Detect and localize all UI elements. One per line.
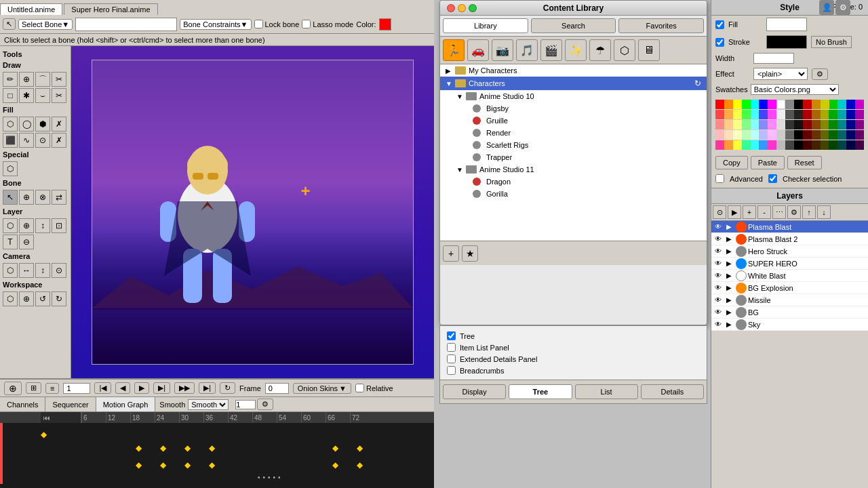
camera-tool-4[interactable]: ⊙: [52, 263, 66, 278]
layer-vis-8[interactable]: 👁: [713, 307, 724, 318]
fill-tool-7[interactable]: ⊙: [35, 133, 50, 148]
c3-11[interactable]: [803, 120, 812, 129]
c3-15[interactable]: [837, 120, 846, 129]
smooth-value-input[interactable]: [235, 400, 256, 409]
keyframe-3[interactable]: ◆: [184, 443, 191, 453]
bone-tool-3[interactable]: ⊗: [35, 190, 50, 205]
reset-btn[interactable]: Reset: [787, 156, 822, 169]
keyframe-4[interactable]: ◆: [209, 443, 215, 453]
c2-13[interactable]: [821, 110, 829, 119]
maximize-btn[interactable]: [469, 4, 477, 12]
nav-favorites[interactable]: Favorites: [618, 18, 704, 33]
c2-10[interactable]: [794, 110, 803, 119]
c2-15[interactable]: [837, 110, 846, 119]
c3-13[interactable]: [821, 120, 829, 129]
umbrella-icon-btn[interactable]: ☂: [589, 39, 611, 61]
color-darkorange[interactable]: [812, 100, 821, 109]
stroke-color[interactable]: [766, 35, 807, 49]
c4-4[interactable]: [742, 130, 751, 140]
timeline-next-frame-btn[interactable]: ▶▶: [174, 382, 195, 394]
refresh-icon[interactable]: ↻: [694, 79, 701, 88]
draw-tool-1[interactable]: ✏: [3, 72, 18, 87]
bone-tool-4[interactable]: ⇄: [52, 190, 66, 205]
draw-tool-7[interactable]: ⌣: [35, 88, 50, 103]
c3-10[interactable]: [794, 120, 803, 129]
user-icon-2[interactable]: ⚙: [835, 0, 850, 15]
characters-icon-btn[interactable]: 🏃: [443, 39, 465, 61]
my-chars-arrow[interactable]: ▶: [446, 67, 452, 75]
nav-search[interactable]: Search: [531, 18, 616, 33]
c2-4[interactable]: [742, 110, 751, 119]
layer-vis-2[interactable]: 👁: [713, 234, 724, 245]
relative-checkbox[interactable]: Relative: [355, 384, 393, 392]
c4-12[interactable]: [812, 130, 821, 140]
smooth-settings-btn[interactable]: ⚙: [257, 399, 273, 410]
timeline-play-start-btn[interactable]: |◀: [94, 382, 111, 394]
c2-11[interactable]: [803, 110, 812, 119]
c3-12[interactable]: [812, 120, 821, 129]
color-gray[interactable]: [785, 100, 794, 109]
display-tab[interactable]: Display: [443, 384, 506, 399]
close-btn[interactable]: [447, 4, 455, 12]
c2-14[interactable]: [829, 110, 837, 119]
c4-1[interactable]: [715, 130, 724, 140]
c5-8[interactable]: [776, 140, 785, 150]
fill-tool-3[interactable]: ⬢: [35, 117, 50, 131]
color-orange[interactable]: [724, 100, 733, 109]
no-brush-btn[interactable]: No Brush: [811, 36, 852, 48]
color-swatch[interactable]: [379, 18, 391, 30]
c4-2[interactable]: [724, 130, 733, 140]
keyframe-r2-5[interactable]: ◆: [332, 460, 338, 470]
c3-9[interactable]: [785, 120, 794, 129]
as10-arrow[interactable]: ▼: [456, 93, 463, 100]
effect-select[interactable]: <plain>: [753, 68, 808, 80]
pointer-tool-btn[interactable]: ↖: [3, 18, 16, 30]
c4-3[interactable]: [733, 130, 742, 140]
c2-5[interactable]: [751, 110, 760, 119]
layers-tb-7[interactable]: ↑: [802, 205, 816, 219]
layers-tb-2[interactable]: ▶: [728, 205, 741, 219]
fill-tool-8[interactable]: ✗: [52, 133, 66, 148]
layer-vis-1[interactable]: 👁: [713, 222, 724, 232]
dragon-item[interactable]: Dragon: [440, 176, 707, 188]
details-tab[interactable]: Details: [641, 384, 704, 399]
render-item[interactable]: Render: [440, 127, 707, 139]
tab-motion-graph[interactable]: Motion Graph: [96, 397, 156, 411]
c2-16[interactable]: [846, 110, 855, 119]
my-characters-item[interactable]: ▶ My Characters: [440, 64, 707, 77]
extended-details-option[interactable]: Extended Details Panel: [444, 353, 703, 365]
draw-tool-2[interactable]: ⊕: [19, 72, 34, 87]
bigsby-item[interactable]: Bigsby: [440, 102, 707, 115]
characters-item[interactable]: ▼ Characters ↻: [440, 77, 707, 90]
timeline-tracks[interactable]: ◆ ◆ ◆ ◆ ◆ ◆ ◆ ◆ ◆ ◆ ◆ ◆ ◆ •••••: [0, 423, 434, 484]
c5-9[interactable]: [785, 140, 794, 150]
c4-14[interactable]: [829, 130, 837, 140]
c4-6[interactable]: [759, 130, 768, 140]
layer-white-blast[interactable]: 👁 ▶ White Blast: [711, 270, 868, 282]
color-red[interactable]: [715, 100, 724, 109]
c4-9[interactable]: [785, 130, 794, 140]
lib-favorite-btn[interactable]: ★: [462, 245, 478, 262]
effect-settings-btn[interactable]: ⚙: [812, 68, 828, 80]
color-cyan[interactable]: [751, 100, 760, 109]
color-magenta[interactable]: [768, 100, 776, 109]
vehicles-icon-btn[interactable]: 🚗: [467, 39, 489, 61]
c5-16[interactable]: [846, 140, 855, 150]
bone-tool-1[interactable]: ↖: [3, 190, 18, 205]
workspace-tool-3[interactable]: ↺: [35, 291, 50, 306]
c5-2[interactable]: [724, 140, 733, 150]
bone-tool-2[interactable]: ⊕: [19, 190, 34, 205]
workspace-tool-1[interactable]: ⬡: [3, 291, 18, 306]
color-blue[interactable]: [759, 100, 768, 109]
keyframe-r2-1[interactable]: ◆: [136, 460, 142, 470]
layer-lock-1[interactable]: ▶: [724, 222, 734, 232]
layers-tb-1[interactable]: ⊙: [713, 205, 726, 219]
workspace-tool-4[interactable]: ↻: [52, 291, 66, 306]
layers-tb-5[interactable]: ⋯: [772, 205, 786, 219]
lib-add-btn[interactable]: +: [443, 245, 459, 262]
advanced-checkbox[interactable]: [715, 174, 724, 183]
list-tab[interactable]: List: [575, 384, 638, 399]
timeline-stop-btn[interactable]: ▶|: [153, 382, 170, 394]
layer-lock-5[interactable]: ▶: [724, 270, 734, 281]
fill-color[interactable]: [766, 18, 807, 31]
